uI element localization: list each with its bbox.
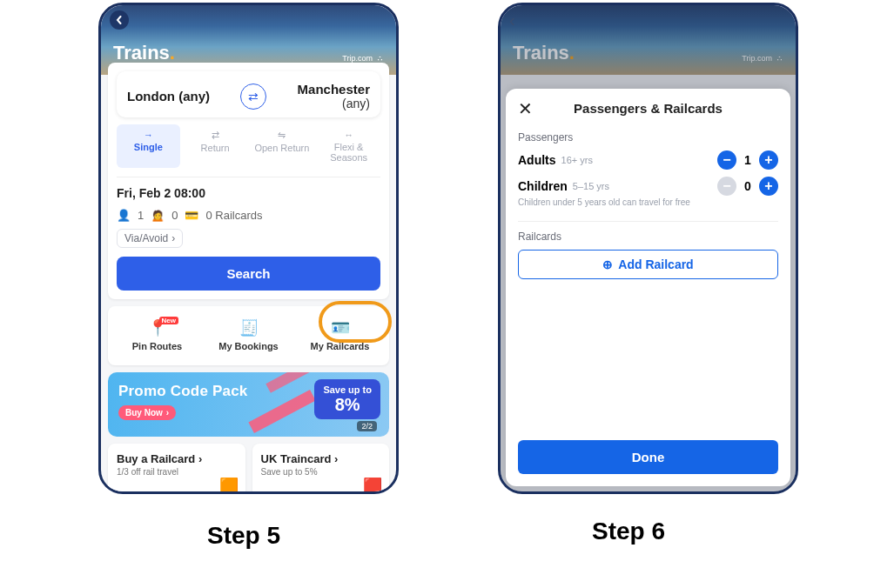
person-icon: 👤 — [117, 209, 131, 222]
add-railcard-label: Add Railcard — [618, 257, 693, 271]
passengers-sheet: ✕ Passengers & Railcards Passengers Adul… — [506, 89, 790, 486]
chevron-right-icon: › — [334, 452, 338, 465]
brand-label: Trip.com⛬ — [342, 54, 384, 63]
from-text: London (any) — [127, 89, 210, 104]
nationalrail-icon: ⛬ — [376, 54, 384, 63]
save-label: Save up to — [323, 384, 372, 395]
stations-row: London (any) ⇄ Manchester (any) — [117, 71, 380, 117]
swap-button[interactable]: ⇄ — [240, 84, 266, 110]
tab-flexi[interactable]: ↔Flexi & Seasons — [317, 124, 380, 168]
to-text-2: (any) — [298, 97, 370, 110]
close-button[interactable]: ✕ — [518, 98, 533, 119]
chevron-left-icon — [115, 16, 124, 24]
promo-banner[interactable]: Promo Code Pack Buy Now› Save up to 8% 2… — [108, 372, 389, 437]
minus-icon: − — [723, 152, 730, 168]
plus-icon: + — [764, 178, 772, 194]
card-icon: 💳 — [185, 209, 198, 222]
adults-plus-button[interactable]: + — [759, 150, 778, 170]
tab-flexi-label: Flexi & Seasons — [330, 142, 367, 163]
railcard-art-icon: 🟧 — [219, 477, 239, 494]
children-plus-button[interactable]: + — [759, 177, 778, 196]
quick-links-card: 📍New Pin Routes 🧾 My Bookings 🪪 My Railc… — [108, 306, 389, 365]
adults-count: 1 — [138, 209, 144, 222]
sheet-title: Passengers & Railcards — [574, 101, 723, 116]
via-label: Via/Avoid — [124, 232, 168, 244]
bottom-cards: Buy a Railcard › 1/3 off rail travel 🟧 U… — [108, 444, 389, 494]
step5-phone: Trains. Trip.com⛬ London (any) ⇄ Manches… — [98, 3, 399, 494]
done-button[interactable]: Done — [518, 440, 778, 474]
open-return-icon: ⇋ — [252, 130, 313, 141]
to-station[interactable]: Manchester (any) — [298, 82, 370, 110]
close-icon: ✕ — [518, 99, 533, 118]
passenger-summary[interactable]: 👤1 🙍0 💳0 Railcards — [117, 209, 380, 222]
tab-open-return[interactable]: ⇋Open Return — [251, 124, 314, 168]
arrow-right-icon: → — [118, 130, 178, 140]
pin-routes-label: Pin Routes — [132, 341, 182, 351]
railcards-count: 0 Railcards — [205, 209, 262, 222]
children-label: Children — [518, 179, 568, 193]
children-note: Children under 5 years old can travel fo… — [518, 197, 778, 207]
sheet-header: ✕ Passengers & Railcards — [518, 101, 778, 124]
step6-phone: ‹ Trains. Trip.com⛬ ✕ Passengers & Railc… — [498, 3, 798, 494]
section-railcards-label: Railcards — [518, 221, 778, 243]
swap-icon: ⇄ — [248, 90, 259, 104]
tab-return[interactable]: ⇄Return — [184, 124, 247, 168]
pager-indicator: 2/2 — [357, 421, 377, 431]
buy-railcard-sub: 1/3 off rail travel — [117, 467, 237, 477]
bookings-icon: 🧾 — [203, 318, 294, 337]
plus-icon: + — [764, 152, 772, 168]
child-icon: 🙍 — [151, 209, 165, 222]
children-value: 0 — [736, 179, 759, 193]
children-minus-button[interactable]: − — [717, 177, 736, 196]
step5-caption: Step 5 — [207, 522, 280, 550]
chevron-right-icon: › — [171, 232, 175, 244]
buy-now-label: Buy Now — [125, 408, 163, 418]
hero-title: Trains. — [113, 42, 175, 64]
children-row: Children 5–15 yrs − 0 + — [518, 177, 778, 196]
chevron-right-icon: › — [198, 452, 202, 465]
traincard-art-icon: 🟥 — [363, 477, 382, 494]
tab-single[interactable]: →Single — [117, 124, 180, 168]
step6-caption: Step 6 — [592, 518, 665, 545]
buy-railcard-card[interactable]: Buy a Railcard › 1/3 off rail travel 🟧 — [108, 444, 245, 494]
buy-railcard-title: Buy a Railcard — [117, 452, 195, 465]
tab-open-label: Open Return — [254, 143, 309, 153]
pin-routes-button[interactable]: 📍New Pin Routes — [111, 315, 203, 357]
save-badge: Save up to 8% — [314, 379, 380, 419]
trip-type-tabs: →Single ⇄Return ⇋Open Return ↔Flexi & Se… — [117, 124, 380, 168]
back-button[interactable] — [110, 10, 129, 30]
add-railcard-button[interactable]: ⊕ Add Railcard — [518, 250, 778, 279]
swap-icon: ⇄ — [185, 130, 245, 141]
children-count: 0 — [171, 209, 178, 222]
highlight-ring — [319, 301, 392, 343]
minus-icon: − — [723, 178, 730, 194]
search-card: London (any) ⇄ Manchester (any) →Single … — [108, 63, 389, 299]
section-passengers-label: Passengers — [518, 131, 778, 144]
my-bookings-label: My Bookings — [218, 341, 278, 351]
my-bookings-button[interactable]: 🧾 My Bookings — [203, 315, 294, 357]
buy-now-button[interactable]: Buy Now› — [118, 405, 176, 420]
hero-title-text: Trains — [113, 42, 170, 63]
new-badge: New — [159, 317, 178, 324]
adults-minus-button[interactable]: − — [717, 150, 736, 170]
pin-icon: 📍New — [111, 318, 203, 337]
uk-traincard-card[interactable]: UK Traincard › Save up to 5% 🟥 — [252, 444, 390, 494]
plus-circle-icon: ⊕ — [602, 257, 613, 271]
search-button[interactable]: Search — [117, 257, 380, 291]
tab-return-label: Return — [201, 143, 230, 153]
uk-traincard-title: UK Traincard — [261, 452, 332, 465]
tab-single-label: Single — [134, 142, 163, 152]
to-text-1: Manchester — [298, 82, 370, 97]
uk-traincard-sub: Save up to 5% — [261, 467, 381, 477]
chevron-right-icon: › — [166, 408, 169, 418]
adults-row: Adults 16+ yrs − 1 + — [518, 150, 778, 170]
from-station[interactable]: London (any) — [127, 89, 210, 104]
adults-hint: 16+ yrs — [561, 155, 593, 165]
flexi-icon: ↔ — [319, 130, 379, 140]
save-percent: 8% — [323, 395, 372, 414]
brand-text: Trip.com — [342, 54, 373, 63]
adults-label: Adults — [518, 153, 556, 167]
hero-dot-icon: . — [170, 42, 175, 63]
via-avoid-chip[interactable]: Via/Avoid› — [117, 229, 183, 248]
datetime-picker[interactable]: Fri, Feb 2 08:00 — [117, 177, 380, 200]
